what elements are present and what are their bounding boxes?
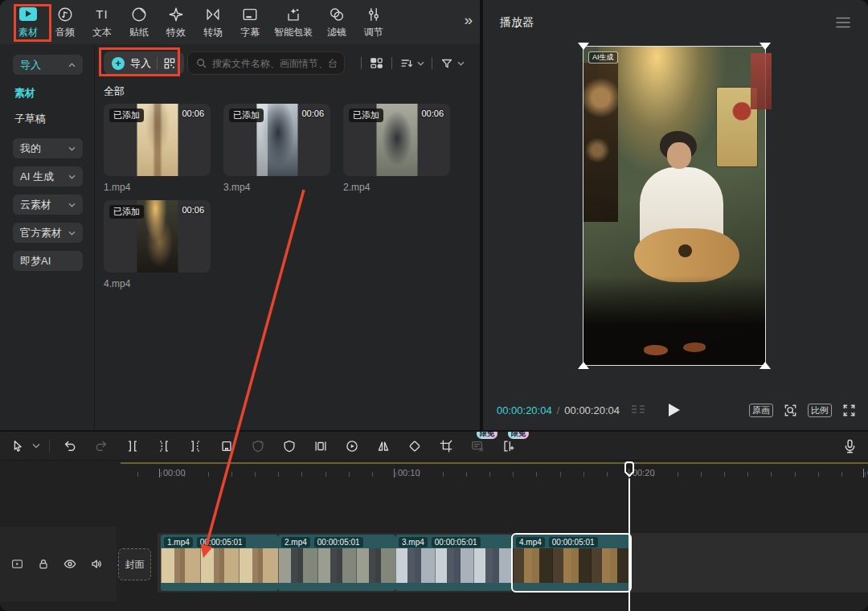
tab-audio[interactable]: 音频 xyxy=(47,0,84,44)
bar-shelf xyxy=(583,63,618,222)
duration-label: 00:06 xyxy=(421,109,444,118)
filter-button[interactable] xyxy=(440,56,465,71)
timeline-clip-2[interactable]: 2.mp4 00:00:05:01 xyxy=(278,535,395,591)
focus-zoom-button[interactable] xyxy=(783,403,798,418)
freeze-frame-button[interactable] xyxy=(219,438,235,454)
lock-track-button[interactable] xyxy=(37,557,50,571)
playhead[interactable] xyxy=(624,461,635,481)
import-button[interactable]: + 导入 xyxy=(104,51,184,75)
clip-header: 1.mp4 00:00:05:01 xyxy=(161,535,278,548)
free-badge: 限免 xyxy=(477,432,497,439)
mute-track-button[interactable] xyxy=(90,557,104,571)
clip-duration: 00:00:05:01 xyxy=(197,537,246,547)
funnel-icon xyxy=(440,56,454,71)
media-card[interactable]: 已添加 00:06 1.mp4 xyxy=(104,104,211,193)
dark-floor xyxy=(583,276,765,365)
select-tool-button[interactable] xyxy=(10,438,26,454)
tab-transition[interactable]: 转场 xyxy=(194,0,231,44)
clip-filmstrip xyxy=(278,548,395,583)
overlay-group-button[interactable] xyxy=(313,438,329,454)
media-content: + 导入 xyxy=(96,44,480,430)
duration-label: 00:06 xyxy=(301,109,324,118)
media-card[interactable]: 已添加 00:06 3.mp4 xyxy=(223,104,330,193)
added-badge: 已添加 xyxy=(109,205,144,219)
draft-frames-icon[interactable] xyxy=(630,404,646,416)
tab-filters[interactable]: 滤镜 xyxy=(318,0,355,44)
track-type-icon xyxy=(10,557,24,571)
transform-handle[interactable] xyxy=(578,43,589,50)
cover-button[interactable]: 封面 xyxy=(118,548,151,580)
time-separator: / xyxy=(557,404,560,416)
sort-button[interactable] xyxy=(399,56,424,71)
tab-label: 文本 xyxy=(92,26,112,39)
rotate-button[interactable] xyxy=(407,438,423,454)
sidebar-item-material[interactable]: 素材 xyxy=(0,86,94,99)
video-editor-app: 素材 音频 TI 文本 贴纸 特效 xyxy=(0,0,868,611)
sidebar-group-label: 导入 xyxy=(20,58,41,72)
timeline-clip-4[interactable]: 4.mp4 00:00:05:01 xyxy=(513,535,630,591)
expand-tabs-icon[interactable]: » xyxy=(464,11,470,29)
tab-label: 转场 xyxy=(203,26,223,39)
extend-frame-button[interactable] xyxy=(501,438,517,454)
musician-face xyxy=(667,142,691,169)
fullscreen-button[interactable] xyxy=(841,403,857,418)
tab-sticker[interactable]: 贴纸 xyxy=(121,0,158,44)
ratio-button[interactable]: 比例 xyxy=(808,404,832,417)
timeline-clip-3[interactable]: 3.mp4 00:00:05:01 xyxy=(395,535,513,591)
sidebar-item-subdraft[interactable]: 子草稿 xyxy=(0,112,94,125)
clip-name: 2.mp4 xyxy=(281,537,310,547)
player-header: 播放器 xyxy=(483,0,868,44)
ruler-duration-line xyxy=(121,462,868,464)
sidebar-group-mine[interactable]: 我的 xyxy=(13,138,83,158)
search-icon xyxy=(195,57,207,69)
tab-text[interactable]: TI 文本 xyxy=(84,0,121,44)
delete-right-button[interactable] xyxy=(187,438,203,454)
timeline-toolbar: 限免 限免 xyxy=(0,432,868,461)
timeline-ruler[interactable]: 00:00 00:10 00:20 00:30 xyxy=(121,462,868,486)
mask-button[interactable] xyxy=(281,438,297,454)
sidebar-group-official[interactable]: 官方素材 xyxy=(13,223,83,243)
original-quality-button[interactable]: 原画 xyxy=(749,404,773,417)
timeline-clip-1[interactable]: 1.mp4 00:00:05:01 xyxy=(161,535,278,591)
tab-effects[interactable]: 特效 xyxy=(158,0,194,44)
qr-import-icon[interactable] xyxy=(163,57,176,70)
sidebar-group-import[interactable]: 导入 xyxy=(13,55,83,75)
play-button[interactable] xyxy=(669,404,680,416)
player-menu-icon[interactable] xyxy=(835,16,851,29)
clip-duration: 00:00:05:01 xyxy=(314,537,363,547)
tab-adjust[interactable]: 调节 xyxy=(355,0,392,44)
tab-smart-pack[interactable]: 智能包装 xyxy=(268,0,318,44)
tab-captions[interactable]: 字幕 xyxy=(231,0,268,44)
record-audio-button[interactable] xyxy=(842,438,858,454)
crop-button[interactable] xyxy=(438,438,454,454)
added-badge: 已添加 xyxy=(349,109,383,122)
sidebar-group-cloud[interactable]: 云素材 xyxy=(13,195,83,215)
video-preview[interactable]: AI生成 xyxy=(583,46,766,366)
smart-edit-button[interactable] xyxy=(469,438,485,454)
speed-button[interactable] xyxy=(344,438,360,454)
smart-cutout-button[interactable] xyxy=(250,438,266,454)
divider xyxy=(49,440,50,453)
media-card[interactable]: 已添加 00:06 2.mp4 xyxy=(343,104,450,193)
select-tool-chevron-icon[interactable] xyxy=(31,438,41,454)
toggle-visibility-button[interactable] xyxy=(63,558,77,570)
undo-button[interactable] xyxy=(62,438,78,454)
tab-label: 智能包装 xyxy=(274,26,313,39)
transform-handle[interactable] xyxy=(578,362,589,369)
redo-button[interactable] xyxy=(93,438,109,454)
current-time: 00:00:20:04 xyxy=(497,404,552,416)
transform-handle[interactable] xyxy=(760,43,771,50)
delete-left-button[interactable] xyxy=(156,438,172,454)
transform-handle[interactable] xyxy=(760,362,771,369)
filter-rings-icon xyxy=(328,6,346,23)
media-play-icon xyxy=(19,6,37,23)
mirror-button[interactable] xyxy=(375,438,391,454)
sidebar-item-jimeng-ai[interactable]: 即梦AI xyxy=(13,251,83,271)
tab-label: 调节 xyxy=(364,26,383,39)
tab-media[interactable]: 素材 xyxy=(10,0,47,44)
sidebar-group-ai-generate[interactable]: AI 生成 xyxy=(13,166,83,187)
grid-view-button[interactable] xyxy=(369,55,384,71)
media-card[interactable]: 已添加 00:06 4.mp4 xyxy=(104,200,211,289)
search-input[interactable] xyxy=(212,58,337,69)
split-button[interactable] xyxy=(125,438,141,454)
